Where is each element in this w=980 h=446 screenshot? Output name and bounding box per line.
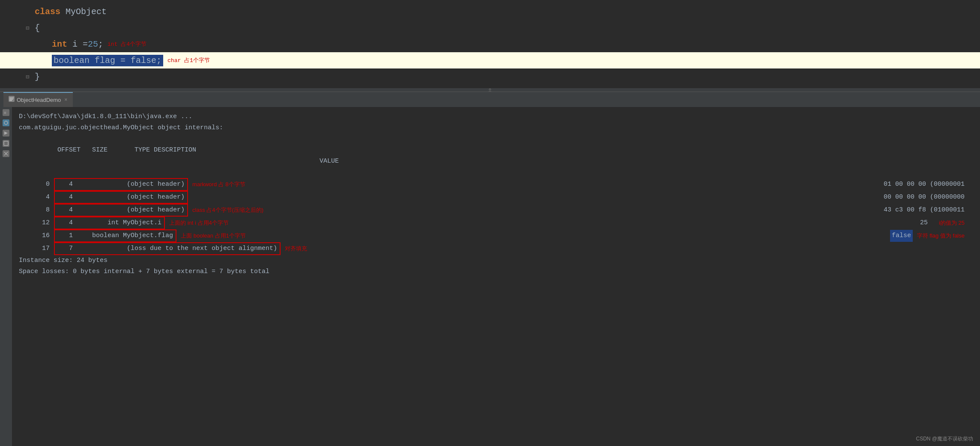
code-line-brace-open: ⊟ {	[0, 20, 980, 36]
console-table-header: OFFSET SIZE TYPE DESCRIPTION VALUE	[19, 134, 973, 178]
class-name: MyObject	[60, 7, 107, 17]
console-output: D:\devSoft\Java\jdk1.8.0_111\bin\java.ex…	[12, 107, 980, 446]
table-row-4: 16 1 boolean MyObject.flag 上面 boolean 占用…	[19, 229, 973, 242]
svg-rect-2	[9, 99, 13, 100]
svg-text:≡: ≡	[4, 111, 6, 115]
table-row-1: 4 4 (object header) 00 00 00 00 (0000000…	[19, 191, 973, 204]
code-line-class: class MyObject	[0, 3, 980, 20]
console-section: ≡	[0, 107, 980, 446]
boolean-comment: char 占1个字节	[167, 56, 210, 64]
icon-svg-4	[3, 141, 9, 146]
row3-content: 12	[19, 217, 50, 229]
icon-svg-3	[3, 131, 9, 136]
icon-svg-1: ≡	[3, 110, 9, 115]
table-row-0: 0 4 (object header) markword 占 8个字节 01 0…	[19, 178, 973, 191]
console-left-bar: ≡	[0, 107, 12, 446]
main-container: class MyObject ⊟ { int i = 25 ; int 占4个字…	[0, 0, 980, 446]
console-tab-icon	[9, 96, 15, 104]
icon-svg-5	[3, 151, 9, 156]
row3-val-annotation: i的值为 25	[939, 217, 973, 229]
int-value: 25	[88, 39, 98, 49]
row5-annotation: 对齐填充	[285, 243, 307, 254]
header-value: VALUE	[50, 158, 339, 165]
row2-value: 43 c3 00 f8 (01000011	[884, 205, 973, 216]
svg-rect-3	[9, 100, 12, 101]
console-tab-label: ObjectHeadDemo	[17, 97, 61, 103]
row2-annotation: class 占4个字节(压缩之后的)	[192, 205, 263, 216]
table-row-5: 17 7 (loss due to the next object alignm…	[19, 242, 973, 255]
keyword-int: int	[52, 39, 67, 49]
table-row-3: 12 4 int MyObject.i 上面的 int i 占用4个字节 25 …	[19, 217, 973, 229]
left-bar-icon-2[interactable]	[3, 119, 9, 126]
code-line-brace-close: ⊟ }	[0, 68, 980, 85]
row1-boxed: 4 (object header)	[54, 191, 188, 204]
code-editor: class MyObject ⊟ { int i = 25 ; int 占4个字…	[0, 0, 980, 88]
code-line-boolean: boolean flag = false; char 占1个字节	[0, 52, 980, 68]
left-bar-icon-4[interactable]	[3, 140, 9, 147]
keyword-class: class	[35, 7, 60, 17]
close-brace: }	[35, 72, 40, 82]
fold-icon-brace: ⊟	[26, 24, 33, 32]
table-row-2: 8 4 (object header) class 占4个字节(压缩之后的) 4…	[19, 204, 973, 217]
resize-divider[interactable]: ⇕	[0, 88, 980, 92]
row4-annotation: 上面 boolean 占用1个字节	[181, 230, 246, 241]
row3-value: 25	[920, 217, 936, 229]
row0-boxed: 4 (object header)	[54, 178, 188, 191]
row3-boxed: 4 int MyObject.i	[54, 217, 165, 229]
int-body: i =	[67, 39, 88, 49]
row5-boxed: 7 (loss due to the next object alignment…	[54, 242, 281, 255]
left-bar-icon-1[interactable]: ≡	[3, 109, 9, 116]
code-line-int: int i = 25 ; int 占4个字节	[0, 36, 980, 52]
console-tab-bar: ObjectHeadDemo ×	[0, 92, 980, 107]
int-comment: int 占4个字节	[108, 40, 146, 48]
console-tab[interactable]: ObjectHeadDemo ×	[3, 92, 73, 107]
header-offset: OFFSET SIZE TYPE DESCRIPTION	[50, 146, 316, 154]
row5-content: 17	[19, 243, 50, 254]
row0-value: 01 00 00 00 (00000001	[884, 179, 973, 190]
svg-marker-7	[4, 131, 8, 135]
left-bar-icon-3[interactable]	[3, 130, 9, 137]
row2-content: 8	[19, 205, 50, 216]
row2-boxed: 4 (object header)	[54, 204, 188, 217]
row4-value-highlighted: false	[890, 230, 913, 242]
console-path-line: D:\devSoft\Java\jdk1.8.0_111\bin\java.ex…	[19, 111, 973, 122]
row0-content: 0	[19, 179, 50, 190]
icon-svg-2	[3, 120, 9, 125]
svg-point-6	[4, 121, 8, 125]
row1-content: 4	[19, 192, 50, 203]
row1-value: 00 00 00 00 (00000000	[884, 192, 973, 203]
row4-boxed: 1 boolean MyObject.flag	[54, 229, 176, 242]
svg-rect-8	[4, 141, 8, 146]
console-tab-close[interactable]: ×	[64, 97, 67, 103]
row3-annotation: 上面的 int i 占用4个字节	[169, 217, 229, 229]
fold-icon-close: ⊟	[26, 73, 33, 80]
open-brace: {	[35, 23, 40, 33]
left-bar-icon-5[interactable]	[3, 150, 9, 157]
console-icon-svg	[9, 96, 15, 102]
int-semicolon: ;	[98, 39, 103, 49]
row0-annotation: markword 占 8个字节	[192, 179, 245, 190]
console-class-line: com.atguigu.juc.objecthead.MyObject obje…	[19, 122, 973, 134]
boolean-selected: boolean flag = false;	[52, 55, 163, 66]
footer-line-1: Instance size: 24 bytes	[19, 255, 973, 266]
row4-content: 16	[19, 230, 50, 241]
svg-rect-1	[9, 98, 14, 98]
row4-val-annotation: 字符 flag 值为 false	[915, 230, 973, 241]
footer-line-2: Space losses: 0 bytes internal + 7 bytes…	[19, 266, 973, 277]
watermark: CSDN @魔道不误砍柴功	[916, 435, 973, 443]
